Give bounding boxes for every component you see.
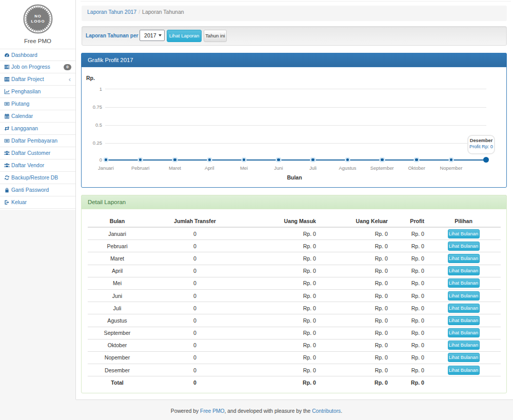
svg-text:NO: NO	[34, 14, 42, 18]
svg-text:LOGO: LOGO	[31, 19, 45, 24]
